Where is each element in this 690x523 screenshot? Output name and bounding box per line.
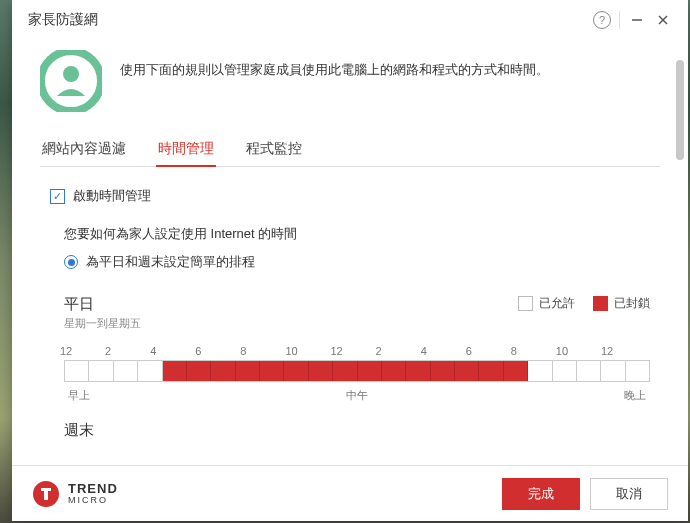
hour-tick: 10 [556, 345, 601, 357]
hour-cell[interactable] [553, 361, 577, 381]
legend-blocked: 已封鎖 [593, 295, 650, 312]
hour-tick: 12 [330, 345, 375, 357]
close-icon [657, 14, 669, 26]
cancel-button[interactable]: 取消 [590, 478, 668, 510]
hour-cell[interactable] [528, 361, 552, 381]
window-title: 家長防護網 [28, 11, 589, 29]
weekday-schedule: 122468101224681012 早上 中午 晚上 [64, 345, 650, 403]
hour-cell[interactable] [211, 361, 235, 381]
help-icon: ? [593, 11, 611, 29]
tab-1[interactable]: 時間管理 [156, 134, 216, 166]
legend-allowed: 已允許 [518, 295, 575, 312]
tabs: 網站內容過濾時間管理程式監控 [40, 134, 660, 167]
enable-checkbox[interactable]: ✓ [50, 189, 65, 204]
separator [619, 11, 620, 29]
hour-cell[interactable] [333, 361, 357, 381]
tab-2[interactable]: 程式監控 [244, 134, 304, 166]
hour-tick: 4 [150, 345, 195, 357]
hour-tick: 12 [601, 345, 646, 357]
hour-cell[interactable] [504, 361, 528, 381]
brand: TREND MICRO [32, 480, 118, 508]
hour-cell[interactable] [65, 361, 89, 381]
period-evening: 晚上 [624, 388, 646, 403]
schedule-subsection: 您要如何為家人設定使用 Internet 的時間 為平日和週末設定簡單的排程 平… [64, 225, 650, 440]
weekday-title: 平日 [64, 295, 141, 314]
brand-top: TREND [68, 482, 118, 496]
hour-tick: 2 [105, 345, 150, 357]
enable-label: 啟動時間管理 [73, 187, 151, 205]
tab-0[interactable]: 網站內容過濾 [40, 134, 128, 166]
brand-bottom: MICRO [68, 496, 118, 505]
brand-logo-icon [32, 480, 60, 508]
hour-cell[interactable] [479, 361, 503, 381]
hour-cell[interactable] [382, 361, 406, 381]
hour-tick: 12 [60, 345, 105, 357]
legend: 已允許 已封鎖 [518, 295, 650, 312]
footer: TREND MICRO 完成 取消 [12, 465, 688, 521]
legend-allowed-label: 已允許 [539, 295, 575, 312]
hour-cell[interactable] [89, 361, 113, 381]
enable-row: ✓ 啟動時間管理 [50, 187, 650, 205]
hour-cell[interactable] [309, 361, 333, 381]
legend-blocked-label: 已封鎖 [614, 295, 650, 312]
allowed-swatch [518, 296, 533, 311]
hour-labels: 122468101224681012 [64, 345, 650, 357]
parental-controls-window: 家長防護網 ? 使用下面的規則以管理家庭成員使用此電腦上的網路和程式的方式和時間… [12, 0, 688, 521]
brand-text: TREND MICRO [68, 482, 118, 505]
done-button[interactable]: 完成 [502, 478, 580, 510]
period-noon: 中午 [346, 388, 368, 403]
hour-cell[interactable] [163, 361, 187, 381]
hour-tick: 6 [195, 345, 240, 357]
hour-cell[interactable] [577, 361, 601, 381]
hour-cell[interactable] [431, 361, 455, 381]
titlebar: 家長防護網 ? [12, 0, 688, 40]
hour-cell[interactable] [260, 361, 284, 381]
profile-avatar-icon [40, 50, 102, 112]
hour-tick: 8 [240, 345, 285, 357]
hour-tick: 10 [285, 345, 330, 357]
hour-cell[interactable] [138, 361, 162, 381]
footer-buttons: 完成 取消 [502, 478, 668, 510]
time-management-section: ✓ 啟動時間管理 您要如何為家人設定使用 Internet 的時間 為平日和週末… [40, 183, 660, 444]
schedule-question: 您要如何為家人設定使用 Internet 的時間 [64, 225, 650, 243]
schedule-option-row: 為平日和週末設定簡單的排程 [64, 253, 650, 271]
minimize-button[interactable] [624, 7, 650, 33]
hour-tick: 4 [421, 345, 466, 357]
hour-cell[interactable] [236, 361, 260, 381]
minimize-icon [631, 14, 643, 26]
hour-cell[interactable] [114, 361, 138, 381]
hour-cell[interactable] [455, 361, 479, 381]
content-area: 使用下面的規則以管理家庭成員使用此電腦上的網路和程式的方式和時間。 網站內容過濾… [12, 40, 688, 465]
hour-cell[interactable] [284, 361, 308, 381]
simple-schedule-label: 為平日和週末設定簡單的排程 [86, 253, 255, 271]
help-button[interactable]: ? [589, 7, 615, 33]
close-button[interactable] [650, 7, 676, 33]
period-labels: 早上 中午 晚上 [64, 388, 650, 403]
hour-cell[interactable] [358, 361, 382, 381]
hour-tick: 6 [466, 345, 511, 357]
svg-point-4 [63, 66, 79, 82]
intro-section: 使用下面的規則以管理家庭成員使用此電腦上的網路和程式的方式和時間。 [40, 50, 660, 112]
period-morning: 早上 [68, 388, 90, 403]
hour-cell[interactable] [601, 361, 625, 381]
hour-tick: 8 [511, 345, 556, 357]
hour-cell[interactable] [406, 361, 430, 381]
hour-tick: 2 [376, 345, 421, 357]
hour-cell[interactable] [187, 361, 211, 381]
weekend-title: 週末 [64, 421, 650, 440]
intro-text: 使用下面的規則以管理家庭成員使用此電腦上的網路和程式的方式和時間。 [120, 50, 549, 80]
simple-schedule-radio[interactable] [64, 255, 78, 269]
weekday-subtitle: 星期一到星期五 [64, 316, 141, 331]
scrollbar[interactable] [676, 60, 684, 160]
hour-cell[interactable] [626, 361, 649, 381]
weekday-header: 平日 星期一到星期五 已允許 已封鎖 [64, 295, 650, 331]
hour-grid[interactable] [64, 360, 650, 382]
blocked-swatch [593, 296, 608, 311]
